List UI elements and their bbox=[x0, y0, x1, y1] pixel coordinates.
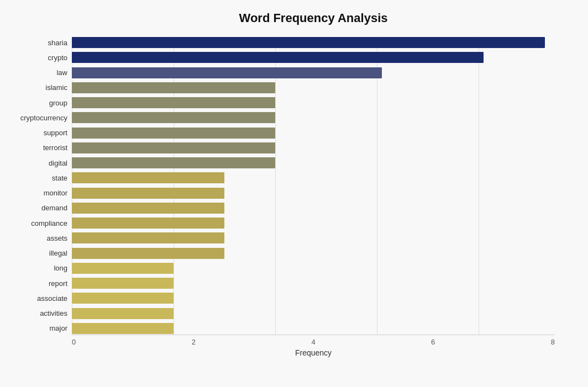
bar-fill bbox=[72, 67, 382, 78]
bar-track bbox=[72, 308, 555, 319]
bar-track bbox=[72, 203, 555, 214]
bar-row: group bbox=[72, 97, 555, 109]
bar-label: state bbox=[6, 174, 72, 182]
bar-track bbox=[72, 82, 555, 93]
bar-fill bbox=[72, 308, 174, 319]
bar-track bbox=[72, 172, 555, 183]
bar-track bbox=[72, 112, 555, 123]
bar-track bbox=[72, 293, 555, 304]
bar-label: monitor bbox=[6, 189, 72, 197]
bar-label: assets bbox=[6, 234, 72, 242]
x-tick-label: 8 bbox=[551, 338, 555, 346]
bar-track bbox=[72, 188, 555, 199]
bar-track bbox=[72, 97, 555, 108]
bar-row: support bbox=[72, 127, 555, 139]
x-tick-label: 0 bbox=[72, 338, 76, 346]
bar-label: digital bbox=[6, 159, 72, 167]
bar-track bbox=[72, 37, 555, 48]
chart-area: shariacryptolawislamicgroupcryptocurrenc… bbox=[72, 36, 555, 357]
bar-label: associate bbox=[6, 294, 72, 303]
bar-fill bbox=[72, 97, 275, 108]
chart-title: Word Frequency Analysis bbox=[72, 11, 555, 25]
bar-track bbox=[72, 142, 555, 153]
bar-label: islamic bbox=[6, 83, 72, 92]
bar-label: demand bbox=[6, 204, 72, 212]
bar-row: long bbox=[72, 262, 555, 274]
bar-track bbox=[72, 263, 555, 274]
bar-track bbox=[72, 323, 555, 334]
bar-fill bbox=[72, 293, 174, 304]
bar-row: report bbox=[72, 277, 555, 289]
bar-label: law bbox=[6, 68, 72, 77]
bar-label: illegal bbox=[6, 249, 72, 257]
bar-fill bbox=[72, 37, 545, 48]
bar-fill bbox=[72, 142, 275, 153]
bar-fill bbox=[72, 157, 275, 168]
bar-row: associate bbox=[72, 292, 555, 304]
bar-fill bbox=[72, 52, 484, 63]
bar-label: report bbox=[6, 279, 72, 288]
bar-row: law bbox=[72, 67, 555, 79]
bar-label: activities bbox=[6, 309, 72, 317]
bar-fill bbox=[72, 82, 275, 93]
bar-fill bbox=[72, 278, 174, 289]
bar-label: terrorist bbox=[6, 144, 72, 152]
x-tick-label: 2 bbox=[192, 338, 196, 346]
bar-fill bbox=[72, 248, 224, 259]
bar-fill bbox=[72, 188, 224, 199]
bar-row: demand bbox=[72, 202, 555, 214]
bar-fill bbox=[72, 263, 174, 274]
bar-track bbox=[72, 128, 555, 139]
x-tick-label: 6 bbox=[431, 338, 435, 346]
bar-row: activities bbox=[72, 308, 555, 320]
bar-track bbox=[72, 67, 555, 78]
bar-row: sharia bbox=[72, 36, 555, 49]
bar-track bbox=[72, 157, 555, 168]
bar-label: crypto bbox=[6, 54, 72, 62]
bar-fill bbox=[72, 323, 174, 334]
bar-row: islamic bbox=[72, 82, 555, 94]
x-axis: 02468 Frequency bbox=[72, 335, 555, 357]
bar-row: monitor bbox=[72, 187, 555, 199]
bar-track bbox=[72, 248, 555, 259]
chart-container: Word Frequency Analysis shariacryptolawi… bbox=[0, 0, 588, 387]
bar-label: compliance bbox=[6, 219, 72, 227]
bar-fill bbox=[72, 203, 224, 214]
x-tick-label: 4 bbox=[311, 338, 315, 346]
bar-label: cryptocurrency bbox=[6, 114, 72, 122]
bar-row: crypto bbox=[72, 51, 555, 63]
bar-track bbox=[72, 278, 555, 289]
bar-row: compliance bbox=[72, 217, 555, 229]
bar-row: assets bbox=[72, 232, 555, 244]
bar-label: sharia bbox=[6, 39, 72, 47]
bar-fill bbox=[72, 218, 224, 229]
x-axis-label: Frequency bbox=[72, 348, 555, 357]
bar-row: illegal bbox=[72, 247, 555, 259]
bar-row: major bbox=[72, 322, 555, 335]
bar-row: cryptocurrency bbox=[72, 112, 555, 124]
bar-fill bbox=[72, 232, 224, 243]
bar-label: group bbox=[6, 99, 72, 107]
bar-track bbox=[72, 232, 555, 243]
bar-track bbox=[72, 218, 555, 229]
bar-row: digital bbox=[72, 157, 555, 169]
bar-fill bbox=[72, 112, 275, 123]
bar-track bbox=[72, 52, 555, 63]
bar-fill bbox=[72, 172, 224, 183]
bar-label: long bbox=[6, 264, 72, 272]
bar-row: state bbox=[72, 172, 555, 184]
x-ticks: 02468 bbox=[72, 335, 555, 346]
bar-label: support bbox=[6, 129, 72, 137]
bar-fill bbox=[72, 128, 275, 139]
bar-label: major bbox=[6, 324, 72, 332]
bars-wrapper: shariacryptolawislamicgroupcryptocurrenc… bbox=[72, 36, 555, 335]
bar-row: terrorist bbox=[72, 142, 555, 154]
